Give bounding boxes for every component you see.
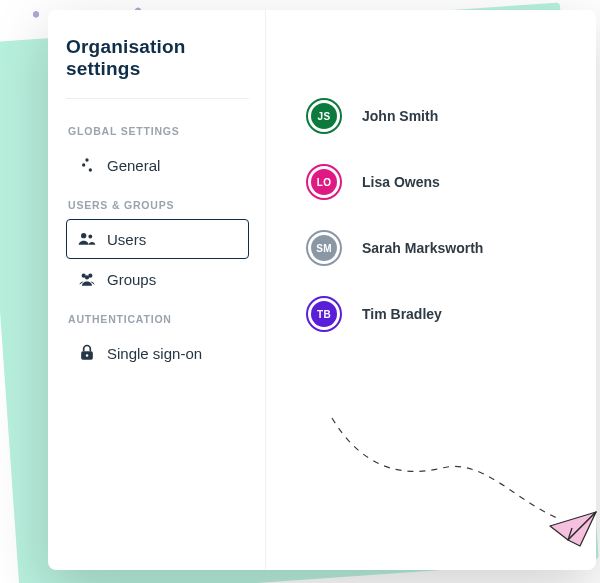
avatar-initials: JS bbox=[311, 103, 337, 129]
sidebar-item-sso[interactable]: Single sign-on bbox=[66, 333, 249, 373]
section-header-auth: AUTHENTICATION bbox=[68, 313, 247, 325]
main-content: JS John Smith LO Lisa Owens SM Sarah Mar… bbox=[266, 10, 596, 570]
group-icon bbox=[77, 269, 97, 289]
user-name: Tim Bradley bbox=[362, 306, 442, 322]
sidebar-item-general[interactable]: General bbox=[66, 145, 249, 185]
section-header-users-groups: USERS & GROUPS bbox=[68, 199, 247, 211]
user-icon bbox=[77, 229, 97, 249]
page-title: Organisation settings bbox=[66, 36, 249, 99]
settings-panel: Organisation settings GLOBAL SETTINGS Ge… bbox=[48, 10, 596, 570]
avatar: TB bbox=[306, 296, 342, 332]
svg-point-3 bbox=[81, 233, 86, 238]
section-header-global: GLOBAL SETTINGS bbox=[68, 125, 247, 137]
svg-point-4 bbox=[88, 235, 92, 239]
user-row[interactable]: TB Tim Bradley bbox=[306, 296, 576, 332]
sidebar-item-groups[interactable]: Groups bbox=[66, 259, 249, 299]
avatar-initials: LO bbox=[311, 169, 337, 195]
svg-point-1 bbox=[82, 163, 85, 166]
svg-point-7 bbox=[85, 275, 89, 279]
avatar: SM bbox=[306, 230, 342, 266]
sliders-icon bbox=[77, 155, 97, 175]
sidebar-item-label: General bbox=[107, 157, 160, 174]
user-name: Lisa Owens bbox=[362, 174, 440, 190]
avatar-initials: TB bbox=[311, 301, 337, 327]
svg-point-0 bbox=[85, 158, 88, 161]
paper-plane-doodle bbox=[322, 408, 600, 548]
user-name: Sarah Marksworth bbox=[362, 240, 483, 256]
sidebar-item-users[interactable]: Users bbox=[66, 219, 249, 259]
user-row[interactable]: SM Sarah Marksworth bbox=[306, 230, 576, 266]
sidebar: Organisation settings GLOBAL SETTINGS Ge… bbox=[48, 10, 266, 570]
avatar: LO bbox=[306, 164, 342, 200]
svg-point-2 bbox=[89, 168, 92, 171]
user-row[interactable]: LO Lisa Owens bbox=[306, 164, 576, 200]
lock-icon bbox=[77, 343, 97, 363]
sidebar-item-label: Single sign-on bbox=[107, 345, 202, 362]
svg-point-9 bbox=[86, 354, 89, 357]
sidebar-item-label: Groups bbox=[107, 271, 156, 288]
sidebar-item-label: Users bbox=[107, 231, 146, 248]
avatar-initials: SM bbox=[311, 235, 337, 261]
avatar: JS bbox=[306, 98, 342, 134]
user-name: John Smith bbox=[362, 108, 438, 124]
user-row[interactable]: JS John Smith bbox=[306, 98, 576, 134]
